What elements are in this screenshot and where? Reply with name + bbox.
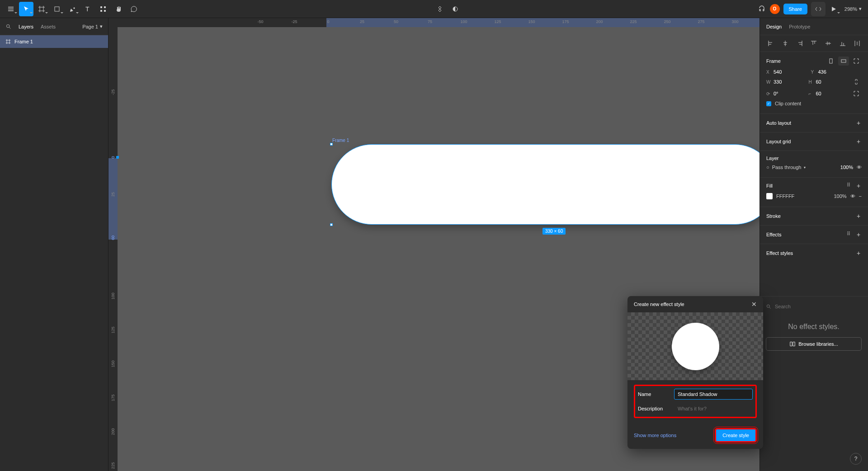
style-name-input[interactable] <box>674 389 753 400</box>
design-tab[interactable]: Design <box>766 24 782 29</box>
share-button[interactable]: Share <box>783 4 807 14</box>
align-right-icon[interactable] <box>795 39 804 48</box>
name-label: Name <box>638 391 670 397</box>
fill-swatch[interactable] <box>766 193 773 199</box>
blend-mode-select[interactable]: Pass through <box>772 165 802 170</box>
add-effect-icon[interactable]: + <box>855 231 862 238</box>
chevron-down-icon: ▾ <box>100 24 103 29</box>
effect-styles-icon[interactable]: ⠿ <box>847 231 851 238</box>
search-icon <box>766 304 771 309</box>
multiplayer-icon[interactable] <box>433 2 447 16</box>
radius-input[interactable]: 60 <box>816 91 821 96</box>
visibility-icon[interactable]: 👁 <box>857 165 862 170</box>
svg-rect-1 <box>8 9 14 9</box>
fill-hex-input[interactable]: FFFFFF <box>776 193 794 199</box>
h-input[interactable]: 60 <box>816 79 821 85</box>
frame-name-label[interactable]: Frame 1 <box>332 138 349 143</box>
prototype-tab[interactable]: Prototype <box>789 24 810 29</box>
add-effect-style-icon[interactable]: + <box>855 250 862 257</box>
align-bottom-icon[interactable] <box>838 39 847 48</box>
hand-tool-button[interactable] <box>111 2 126 16</box>
svg-rect-12 <box>104 10 106 12</box>
resize-handle[interactable] <box>330 223 333 226</box>
resize-fit-icon[interactable] <box>826 57 836 66</box>
rotation-input[interactable]: 0° <box>774 91 778 96</box>
resize-fill-icon[interactable] <box>838 57 849 66</box>
assets-tab[interactable]: Assets <box>41 24 56 29</box>
text-tool-button[interactable]: T <box>80 2 95 16</box>
style-description-input[interactable] <box>674 403 753 414</box>
x-input[interactable]: 540 <box>774 69 782 75</box>
effect-style-search-input[interactable] <box>775 304 862 309</box>
search-icon[interactable] <box>5 24 11 29</box>
frame-tool-button[interactable] <box>34 2 49 16</box>
resources-button[interactable] <box>96 2 110 16</box>
opacity-input[interactable]: 100% <box>840 165 853 170</box>
add-grid-icon[interactable]: + <box>855 138 862 145</box>
main-toolbar: T O Share 298%▾ <box>0 0 868 18</box>
align-top-icon[interactable] <box>809 39 818 48</box>
visibility-icon[interactable]: 👁 <box>850 193 855 199</box>
corners-icon[interactable] <box>851 89 862 98</box>
clip-checkbox[interactable]: ✓ <box>766 101 771 106</box>
fill-styles-icon[interactable]: ⠿ <box>847 182 851 189</box>
browse-libraries-button[interactable]: Browse libraries... <box>766 337 862 351</box>
create-effect-style-modal: Create new effect style ✕ Name Descripti… <box>627 296 763 449</box>
present-button[interactable] <box>826 2 841 16</box>
svg-line-44 <box>769 307 771 309</box>
comment-tool-button[interactable] <box>127 2 141 16</box>
fill-section: Fill ⠿ + FFFFFF 100% 👁 − <box>760 178 868 207</box>
dev-mode-button[interactable] <box>811 2 826 16</box>
svg-rect-0 <box>8 7 14 8</box>
layers-tab[interactable]: Layers <box>19 24 33 29</box>
fill-opacity-input[interactable]: 100% <box>834 193 846 199</box>
help-button[interactable]: ? <box>850 453 862 465</box>
add-stroke-icon[interactable]: + <box>855 212 862 220</box>
y-input[interactable]: 436 <box>818 69 826 75</box>
add-auto-layout-icon[interactable]: + <box>855 119 862 127</box>
remove-fill-icon[interactable]: − <box>859 193 862 199</box>
frame-1-shape[interactable] <box>331 144 760 225</box>
align-left-icon[interactable] <box>766 39 775 48</box>
align-vcenter-icon[interactable] <box>824 39 833 48</box>
layer-section: Layer ○ Pass through ▾ 100% 👁 <box>760 151 868 178</box>
constrain-icon[interactable] <box>851 77 862 86</box>
frame-section: Frame X540 Y436 W330 H60 ⟳0° ⌐60 ✓ Clip … <box>760 52 868 114</box>
style-preview <box>627 312 763 380</box>
radius-icon: ⌐ <box>809 91 813 96</box>
preview-shape <box>672 323 719 370</box>
layer-label: Frame 1 <box>14 39 33 44</box>
frame-icon <box>5 39 11 44</box>
align-hcenter-icon[interactable] <box>781 39 790 48</box>
main-menu-button[interactable] <box>4 2 18 16</box>
layer-item-frame-1[interactable]: Frame 1 <box>0 35 108 48</box>
alignment-row <box>760 35 868 52</box>
page-select[interactable]: Page 1▾ <box>82 24 103 29</box>
resize-expand-icon[interactable] <box>851 57 862 66</box>
svg-rect-11 <box>100 10 102 12</box>
svg-line-15 <box>9 27 10 28</box>
close-modal-icon[interactable]: ✕ <box>751 301 757 308</box>
resize-handle[interactable] <box>330 143 333 146</box>
pen-tool-button[interactable] <box>65 2 80 16</box>
ruler-horizontal: -50 -25 0 25 50 75 100 125 150 175 200 2… <box>118 18 760 27</box>
dark-mode-icon[interactable] <box>448 2 462 16</box>
create-style-button[interactable]: Create style <box>715 428 757 443</box>
svg-rect-42 <box>841 60 846 62</box>
show-more-options-link[interactable]: Show more options <box>634 433 676 438</box>
distribute-icon[interactable] <box>853 39 862 48</box>
user-avatar[interactable]: O <box>770 4 780 14</box>
svg-point-14 <box>6 24 9 28</box>
modal-title: Create new effect style <box>634 301 684 307</box>
add-fill-icon[interactable]: + <box>855 182 862 189</box>
svg-rect-41 <box>830 59 832 63</box>
shape-tool-button[interactable] <box>50 2 64 16</box>
audio-icon[interactable] <box>755 2 769 16</box>
svg-rect-10 <box>104 6 106 8</box>
zoom-select[interactable]: 298%▾ <box>842 6 864 12</box>
frame-title[interactable]: Frame <box>766 58 781 64</box>
w-input[interactable]: 330 <box>774 79 782 85</box>
ruler-vertical: -25 0 25 60 100 125 150 175 200 225 <box>108 27 118 471</box>
ruler-corner <box>108 18 118 27</box>
move-tool-button[interactable] <box>19 2 33 16</box>
